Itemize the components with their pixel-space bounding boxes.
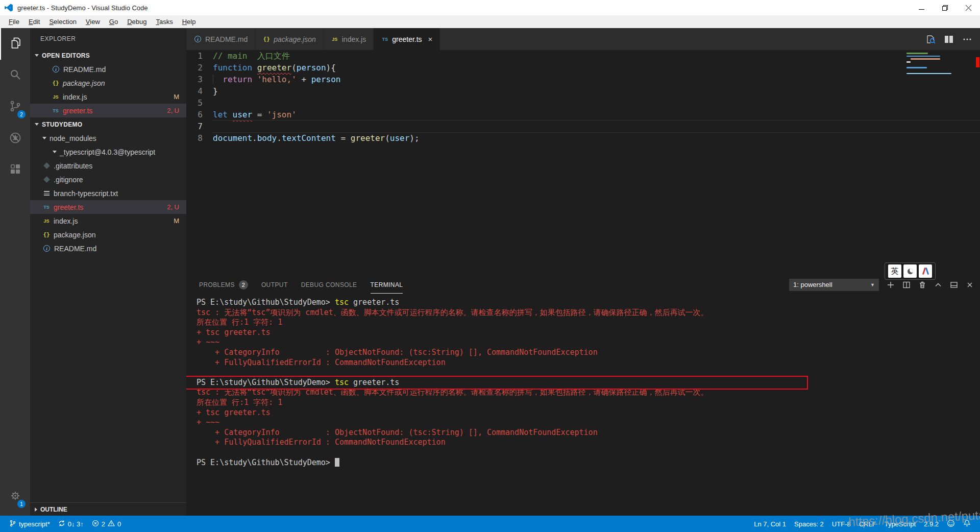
split-terminal-icon[interactable]	[902, 281, 911, 289]
close-tab-icon[interactable]: ×	[428, 35, 433, 43]
menu-selection[interactable]: Selection	[44, 16, 81, 27]
split-editor-icon[interactable]	[943, 34, 954, 45]
minimize-button[interactable]	[910, 0, 933, 15]
folder-node_modules[interactable]: node_modules	[30, 131, 186, 145]
tab-index.js[interactable]: JSindex.js	[324, 28, 374, 50]
terminal-line: PS E:\study\Github\StudyDemo>	[197, 458, 980, 468]
code-line-7[interactable]: 7	[186, 120, 980, 132]
chevron-down-icon	[53, 151, 57, 153]
vscode-window: greeter.ts - StudyDemo - Visual Studio C…	[0, 0, 980, 532]
greeter-ts-file-icon: TS	[42, 203, 51, 211]
code-line-8[interactable]: 8document.body.textContent = greeter(use…	[186, 132, 980, 144]
file-.gitattributes[interactable]: .gitattributes	[30, 159, 186, 173]
file-package.json[interactable]: {}package.json	[30, 228, 186, 241]
close-button[interactable]	[957, 0, 980, 15]
file-package.json[interactable]: {}package.json	[30, 76, 186, 90]
menu-view[interactable]: View	[81, 16, 105, 27]
dropdown-caret-icon: ▼	[870, 282, 875, 287]
file-index.js[interactable]: JSindex.jsM	[30, 214, 186, 228]
file-index.js[interactable]: JSindex.jsM	[30, 90, 186, 104]
-gitignore-file-icon	[43, 176, 50, 183]
terminal-cursor	[335, 458, 339, 467]
status-cursor-position[interactable]: Ln 7, Col 1	[750, 520, 790, 528]
menu-go[interactable]: Go	[105, 16, 122, 27]
restore-panel-icon[interactable]	[950, 281, 958, 289]
section-open-editors[interactable]: OPEN EDITORS	[30, 49, 186, 62]
panel-tab-problems[interactable]: PROBLEMS2	[199, 276, 248, 294]
code-line-6[interactable]: 6let user = 'json'	[186, 109, 980, 120]
menu-edit[interactable]: Edit	[24, 16, 44, 27]
ime-logo-icon[interactable]	[919, 264, 932, 278]
activitybar-debug[interactable]	[0, 123, 30, 155]
greeter-ts-file-icon: TS	[52, 107, 60, 115]
terminal-line: 所在位置 行:1 字符: 1	[197, 318, 980, 328]
tab-package-json-file-icon: {}	[262, 35, 271, 43]
section-studydemo[interactable]: STUDYDEMO	[30, 117, 186, 131]
file-badge: 2, U	[167, 203, 179, 211]
folder-_typescript@4.0.3@typescript[interactable]: _typescript@4.0.3@typescript	[30, 145, 186, 159]
code-line-5[interactable]: 5	[186, 97, 980, 109]
terminal-line: + ~~~	[197, 337, 980, 348]
menu-help[interactable]: Help	[178, 16, 201, 27]
file-badge: M	[174, 217, 179, 225]
maximize-panel-icon[interactable]	[934, 281, 942, 289]
terminal-line: + tsc greeter.ts	[197, 328, 980, 338]
tab-greeter.ts[interactable]: TSgreeter.ts×	[374, 28, 440, 50]
tab-README.md[interactable]: iREADME.md	[186, 28, 255, 50]
activitybar-source-control[interactable]: 2	[0, 91, 30, 123]
status-indentation[interactable]: Spaces: 2	[790, 520, 828, 528]
status-sync[interactable]: 0↓ 3↑	[54, 516, 88, 532]
menu-bar: FileEditSelectionViewGoDebugTasksHelp	[0, 15, 980, 28]
terminal[interactable]: PS E:\study\Github\StudyDemo> tsc greete…	[186, 294, 980, 516]
activitybar-extensions[interactable]	[0, 155, 30, 186]
panel-tab-debug-console[interactable]: DEBUG CONSOLE	[301, 276, 357, 294]
terminal-line: + ~~~	[197, 418, 980, 428]
status-problems[interactable]: 20	[88, 516, 125, 532]
panel-tab-terminal[interactable]: TERMINAL	[371, 276, 403, 294]
file-README.md[interactable]: iREADME.md	[30, 241, 186, 255]
file-branch-typescript.txt[interactable]: branch-typescript.txt	[30, 186, 186, 200]
menu-tasks[interactable]: Tasks	[151, 16, 177, 27]
branch-typescript-txt-file-icon	[44, 191, 50, 196]
warning-icon	[108, 520, 115, 528]
explorer-icon	[9, 36, 22, 52]
tab-package.json[interactable]: {}package.json	[255, 28, 324, 50]
code-line-4[interactable]: 4}	[186, 85, 980, 97]
editor-tab-bar: iREADME.md{}package.jsonJSindex.jsTSgree…	[186, 28, 980, 50]
tab-readme-md-file-icon: i	[194, 36, 201, 42]
code-line-1[interactable]: 1// main 入口文件	[186, 50, 980, 62]
file-greeter.ts[interactable]: TSgreeter.ts2, U	[30, 104, 186, 117]
more-actions-icon[interactable]	[962, 34, 973, 45]
code-editor[interactable]: 1// main 入口文件2function greeter(person){3…	[186, 50, 980, 276]
section-outline[interactable]: OUTLINE	[30, 502, 186, 516]
menu-debug[interactable]: Debug	[122, 16, 151, 27]
ime-moon-icon[interactable]	[903, 264, 917, 278]
menu-file[interactable]: File	[4, 16, 24, 27]
kill-terminal-icon[interactable]	[918, 281, 926, 289]
activitybar-explorer[interactable]	[0, 28, 30, 60]
error-icon	[92, 520, 99, 528]
chevron-down-icon	[42, 137, 46, 139]
terminal-picker[interactable]: 1: powershell▼	[789, 279, 879, 291]
ime-indicator: 英	[885, 262, 936, 280]
minimap[interactable]	[906, 53, 971, 76]
bottom-panel: PROBLEMS2OUTPUTDEBUG CONSOLETERMINAL1: p…	[186, 276, 980, 516]
terminal-line: + CategoryInfo : ObjectNotFound: (tsc:St…	[197, 348, 980, 358]
file-greeter.ts[interactable]: TSgreeter.ts2, U	[30, 200, 186, 214]
problems-count-badge: 2	[239, 280, 248, 289]
terminal-line: + CategoryInfo : ObjectNotFound: (tsc:St…	[197, 428, 980, 438]
close-panel-icon[interactable]	[966, 281, 974, 289]
ime-english-mode[interactable]: 英	[888, 264, 901, 278]
restore-button[interactable]	[933, 0, 957, 15]
status-git-branch[interactable]: typescript*	[5, 516, 54, 532]
activitybar-settings-gear[interactable]: 1	[0, 481, 30, 513]
panel-tab-output[interactable]: OUTPUT	[261, 276, 288, 294]
code-line-2[interactable]: 2function greeter(person){	[186, 62, 980, 74]
activitybar-search[interactable]	[0, 60, 30, 91]
file-README.md[interactable]: iREADME.md	[30, 62, 186, 76]
open-preview-icon[interactable]	[925, 34, 936, 45]
new-terminal-icon[interactable]	[887, 281, 895, 289]
code-line-3[interactable]: 3 return 'hello,' + person	[186, 74, 980, 85]
readme-md-file-icon: i	[43, 245, 50, 252]
file-.gitignore[interactable]: .gitignore	[30, 173, 186, 186]
